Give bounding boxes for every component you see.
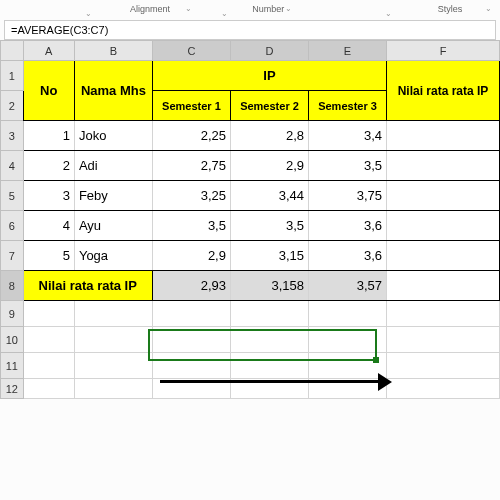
empty-cell[interactable] — [152, 353, 230, 379]
table-row: 4 2 Adi 2,75 2,9 3,5 — [1, 151, 500, 181]
column-headers: A B C D E F — [1, 41, 500, 61]
cell-s1[interactable]: 2,75 — [152, 151, 230, 181]
formula-bar[interactable]: =AVERAGE(C3:C7) — [4, 20, 496, 40]
cell-s2[interactable]: 3,15 — [230, 241, 308, 271]
ribbon-number[interactable]: Number — [236, 4, 300, 14]
header-nilai[interactable]: Nilai rata rata IP — [387, 61, 500, 121]
cell-s2[interactable]: 2,8 — [230, 121, 308, 151]
cell-no[interactable]: 2 — [23, 151, 74, 181]
footer-s3[interactable]: 3,57 — [309, 271, 387, 301]
header-sem3[interactable]: Semester 3 — [309, 91, 387, 121]
footer-label[interactable]: Nilai rata rata IP — [23, 271, 152, 301]
formula-text: =AVERAGE(C3:C7) — [11, 24, 108, 36]
row-7[interactable]: 7 — [1, 241, 24, 271]
cell-s1[interactable]: 2,9 — [152, 241, 230, 271]
cell-no[interactable]: 4 — [23, 211, 74, 241]
cell-nama[interactable]: Yoga — [74, 241, 152, 271]
empty-cell[interactable] — [74, 301, 152, 327]
empty-cell[interactable] — [152, 301, 230, 327]
empty-cell[interactable] — [74, 327, 152, 353]
ribbon-alignment[interactable]: Alignment — [100, 4, 200, 14]
empty-cell[interactable] — [74, 353, 152, 379]
table-row: 5 3 Feby 3,25 3,44 3,75 — [1, 181, 500, 211]
table-row: 7 5 Yoga 2,9 3,15 3,6 — [1, 241, 500, 271]
empty-cell[interactable] — [309, 353, 387, 379]
cell-s1[interactable]: 3,25 — [152, 181, 230, 211]
cell-nama[interactable]: Joko — [74, 121, 152, 151]
empty-cell[interactable] — [309, 301, 387, 327]
cell-s1[interactable]: 2,25 — [152, 121, 230, 151]
empty-cell[interactable] — [387, 353, 500, 379]
row-10[interactable]: 10 — [1, 327, 24, 353]
row-6[interactable]: 6 — [1, 211, 24, 241]
cell-s3[interactable]: 3,4 — [309, 121, 387, 151]
empty-cell[interactable] — [230, 327, 308, 353]
col-A[interactable]: A — [23, 41, 74, 61]
empty-cell[interactable] — [230, 301, 308, 327]
row-3[interactable]: 3 — [1, 121, 24, 151]
cell-no[interactable]: 5 — [23, 241, 74, 271]
cell-nilai[interactable] — [387, 271, 500, 301]
header-sem1[interactable]: Semester 1 — [152, 91, 230, 121]
empty-cell[interactable] — [23, 379, 74, 399]
empty-cell[interactable] — [23, 327, 74, 353]
cell-s3[interactable]: 3,6 — [309, 241, 387, 271]
table-row: 6 4 Ayu 3,5 3,5 3,6 — [1, 211, 500, 241]
row-4[interactable]: 4 — [1, 151, 24, 181]
col-D[interactable]: D — [230, 41, 308, 61]
cell-nilai[interactable] — [387, 181, 500, 211]
footer-s2[interactable]: 3,158 — [230, 271, 308, 301]
cell-s2[interactable]: 2,9 — [230, 151, 308, 181]
col-F[interactable]: F — [387, 41, 500, 61]
row-12[interactable]: 12 — [1, 379, 24, 399]
cell-s2[interactable]: 3,5 — [230, 211, 308, 241]
ribbon-styles[interactable]: Styles — [400, 4, 500, 14]
empty-cell[interactable] — [230, 353, 308, 379]
row-5[interactable]: 5 — [1, 181, 24, 211]
empty-cell[interactable] — [309, 327, 387, 353]
select-all[interactable] — [1, 41, 24, 61]
empty-cell[interactable] — [152, 327, 230, 353]
cell-s1[interactable]: 3,5 — [152, 211, 230, 241]
empty-cell[interactable] — [387, 379, 500, 399]
row-9[interactable]: 9 — [1, 301, 24, 327]
cell-no[interactable]: 3 — [23, 181, 74, 211]
header-nama[interactable]: Nama Mhs — [74, 61, 152, 121]
cell-s3[interactable]: 3,6 — [309, 211, 387, 241]
cell-nilai[interactable] — [387, 211, 500, 241]
cell-s3[interactable]: 3,75 — [309, 181, 387, 211]
row-8[interactable]: 8 — [1, 271, 24, 301]
header-ip[interactable]: IP — [152, 61, 386, 91]
header-sem2[interactable]: Semester 2 — [230, 91, 308, 121]
empty-cell[interactable] — [387, 301, 500, 327]
cell-no[interactable]: 1 — [23, 121, 74, 151]
col-B[interactable]: B — [74, 41, 152, 61]
table-row: 3 1 Joko 2,25 2,8 3,4 — [1, 121, 500, 151]
cell-nilai[interactable] — [387, 241, 500, 271]
row-2[interactable]: 2 — [1, 91, 24, 121]
footer-row: 8 Nilai rata rata IP 2,93 3,158 3,57 — [1, 271, 500, 301]
footer-s1[interactable]: 2,93 — [152, 271, 230, 301]
spreadsheet-grid[interactable]: A B C D E F 1 No Nama Mhs IP Nilai rata … — [0, 40, 500, 399]
row-11[interactable]: 11 — [1, 353, 24, 379]
cell-nama[interactable]: Adi — [74, 151, 152, 181]
empty-cell[interactable] — [23, 353, 74, 379]
row-1[interactable]: 1 — [1, 61, 24, 91]
cell-nilai[interactable] — [387, 151, 500, 181]
empty-cell[interactable] — [23, 301, 74, 327]
cell-s2[interactable]: 3,44 — [230, 181, 308, 211]
col-E[interactable]: E — [309, 41, 387, 61]
cell-nilai[interactable] — [387, 121, 500, 151]
cell-nama[interactable]: Feby — [74, 181, 152, 211]
col-C[interactable]: C — [152, 41, 230, 61]
empty-cell[interactable] — [387, 327, 500, 353]
cell-s3[interactable]: 3,5 — [309, 151, 387, 181]
empty-cell[interactable] — [74, 379, 152, 399]
ribbon: Alignment Number Styles — [0, 0, 500, 18]
arrow-icon — [160, 380, 380, 383]
header-no[interactable]: No — [23, 61, 74, 121]
cell-nama[interactable]: Ayu — [74, 211, 152, 241]
